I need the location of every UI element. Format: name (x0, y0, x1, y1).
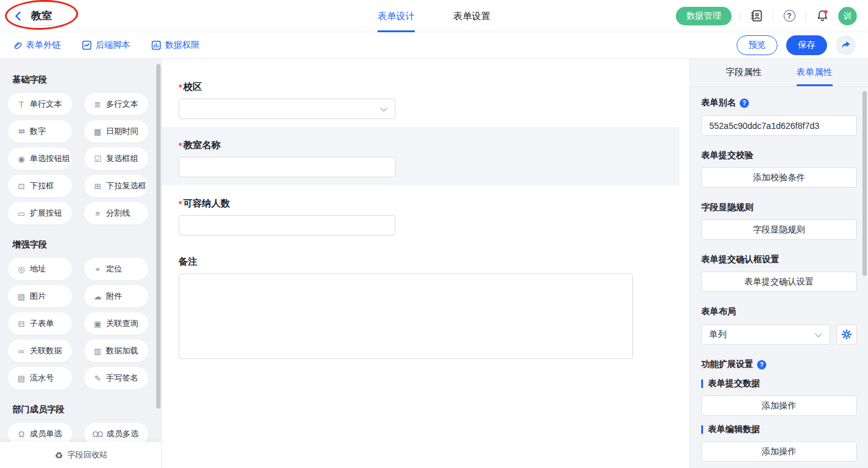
data-manage-button[interactable]: 数据管理 (676, 7, 732, 25)
tab-form-design[interactable]: 表单设计 (378, 0, 415, 32)
field-label-row: * 教室名称 (179, 139, 663, 151)
field-pill-subform[interactable]: ⊟子表单 (8, 312, 72, 335)
form-layout-select[interactable]: 单列 (701, 324, 830, 345)
contacts-book-button[interactable] (748, 8, 764, 24)
toolbar-link-label: 表单外链 (26, 40, 61, 51)
header: 教室 表单设计 表单设置 数据管理 ? (0, 0, 868, 32)
enhanced-fields-grid: ◎地址 ⌖定位 ▧图片 ☁附件 ⊟子表单 ▣关联查询 ∞关联数据 ▥数据加载 ▤… (8, 258, 148, 389)
field-row-classroom-name[interactable]: * 教室名称 (162, 127, 680, 185)
pill-label: 关联数据 (30, 345, 62, 356)
pill-label: 下拉框 (30, 180, 54, 192)
field-pill-radio-group[interactable]: ◉单选按钮组 (8, 148, 72, 170)
submit-data-subheading: 表单提交数据 (701, 378, 857, 389)
field-pill-serial-number[interactable]: ▤流水号 (8, 367, 72, 389)
toolbar-link-label: 后端脚本 (95, 40, 130, 51)
field-label-row: * 可容纳人数 (179, 198, 663, 210)
save-button[interactable]: 保存 (786, 35, 827, 55)
back-chevron-icon (14, 11, 22, 21)
preview-button[interactable]: 预览 (737, 35, 777, 55)
gear-icon (841, 329, 852, 340)
help-button[interactable]: ? (781, 8, 797, 24)
form-layout-value: 单列 (709, 329, 727, 340)
attachment-cloud-icon: ☁ (92, 293, 102, 301)
backend-script-link[interactable]: 后端脚本 (82, 40, 130, 51)
add-validation-button[interactable]: 添加校验条件 (701, 167, 857, 188)
checkbox-icon: ☑ (92, 155, 102, 163)
help-icon[interactable]: ? (740, 99, 749, 108)
data-permission-link[interactable]: 数据权限 (151, 40, 200, 51)
pill-label: 手写签名 (106, 373, 138, 384)
field-pill-image[interactable]: ▧图片 (8, 285, 72, 307)
tab-form-properties[interactable]: 表单属性 (797, 59, 833, 86)
field-pill-divider-line[interactable]: ≡分割线 (84, 202, 148, 224)
notification-dot (824, 10, 827, 13)
field-recycle-bin-button[interactable]: ♻ 字段回收站 (0, 442, 161, 468)
divider (740, 11, 740, 21)
field-row-remark[interactable]: 备注 (162, 244, 680, 367)
add-action-edit-button[interactable]: 添加操作 (701, 441, 857, 462)
share-arrow-icon (841, 40, 851, 50)
field-visibility-rules-button[interactable]: 字段显隐规则 (701, 219, 857, 240)
classroom-name-input[interactable] (179, 157, 396, 177)
field-label: 备注 (179, 256, 197, 268)
field-row-capacity[interactable]: * 可容纳人数 (162, 185, 680, 244)
notification-bell-button[interactable] (814, 8, 830, 24)
bell-icon (816, 9, 829, 22)
header-right: 数据管理 ? 训 (676, 7, 857, 25)
avatar[interactable]: 训 (838, 7, 857, 25)
submit-validation-label: 表单提交校验 (701, 150, 857, 161)
panel-content: 表单别名 ? 552a5c90ddc7a1d626f8f7d3 表单提交校验 添… (690, 87, 868, 462)
form-canvas: * 校区 * 教室名称 * 可容纳人数 (162, 59, 689, 468)
panel-scrollbar[interactable] (862, 91, 867, 276)
section-title-member-fields: 部门成员字段 (12, 404, 148, 415)
field-pill-locate[interactable]: ⌖定位 (84, 258, 148, 280)
field-pill-multi-dropdown[interactable]: ⊞下拉复选框 (84, 175, 148, 197)
field-pill-multi-line-text[interactable]: ≣多行文本 (84, 93, 148, 115)
header-tabs: 表单设计 表单设置 (378, 0, 490, 32)
field-pill-linked-query[interactable]: ▣关联查询 (84, 312, 148, 335)
sidebar-scrollbar[interactable] (156, 64, 161, 408)
field-pill-extend-button[interactable]: ▭扩展按钮 (8, 202, 72, 224)
subform-icon: ⊟ (16, 320, 25, 328)
tab-field-properties[interactable]: 字段属性 (726, 59, 762, 86)
field-row-campus[interactable]: * 校区 (162, 69, 680, 127)
field-pill-data-load[interactable]: ▥数据加载 (84, 340, 148, 362)
back-button[interactable] (11, 9, 25, 24)
title-edit-dash (37, 25, 60, 26)
field-label: 校区 (184, 81, 202, 93)
field-pill-address[interactable]: ◎地址 (8, 258, 72, 280)
number-icon: 123 (16, 129, 25, 135)
field-pill-single-line-text[interactable]: T单行文本 (8, 93, 72, 115)
field-pill-attachment[interactable]: ☁附件 (84, 285, 148, 307)
field-pill-dropdown[interactable]: ⊡下拉框 (8, 175, 72, 197)
divider (805, 11, 806, 21)
field-library-sidebar: 基础字段 T单行文本 ≣多行文本 123数字 ▦日期时间 ◉单选按钮组 ☑复选框… (0, 59, 162, 468)
pill-label: 数据加载 (106, 345, 138, 356)
pill-label: 单行文本 (30, 99, 62, 110)
member-single-icon: Ω (16, 430, 25, 438)
field-label: 可容纳人数 (184, 198, 230, 210)
help-icon[interactable]: ? (757, 360, 766, 369)
pill-label: 附件 (106, 291, 122, 302)
form-alias-input[interactable]: 552a5c90ddc7a1d626f8f7d3 (701, 115, 857, 136)
capacity-input[interactable] (179, 215, 396, 236)
section-title-enhanced-fields: 增强字段 (12, 239, 148, 250)
remark-textarea[interactable] (179, 273, 633, 359)
layout-settings-button[interactable] (836, 324, 857, 345)
dropdown-icon: ⊡ (16, 182, 25, 190)
field-pill-signature[interactable]: ✎手写签名 (84, 367, 148, 389)
field-visibility-label: 字段显隐规则 (701, 202, 857, 213)
add-action-submit-button[interactable]: 添加操作 (701, 395, 857, 416)
multi-dropdown-icon: ⊞ (92, 182, 102, 190)
divider-line-icon: ≡ (92, 210, 102, 218)
field-pill-checkbox-group[interactable]: ☑复选框组 (84, 148, 148, 170)
secondary-toolbar: 表单外链 后端脚本 数据权限 预览 保存 (0, 32, 868, 59)
field-pill-linked-data[interactable]: ∞关联数据 (8, 340, 72, 362)
share-button[interactable] (836, 35, 856, 55)
tab-form-settings[interactable]: 表单设置 (453, 0, 490, 32)
field-pill-datetime[interactable]: ▦日期时间 (84, 120, 148, 143)
field-pill-number[interactable]: 123数字 (8, 120, 72, 143)
submit-confirm-settings-button[interactable]: 表单提交确认设置 (701, 272, 857, 292)
form-external-link[interactable]: 表单外链 (12, 40, 61, 51)
campus-select[interactable] (179, 99, 396, 119)
